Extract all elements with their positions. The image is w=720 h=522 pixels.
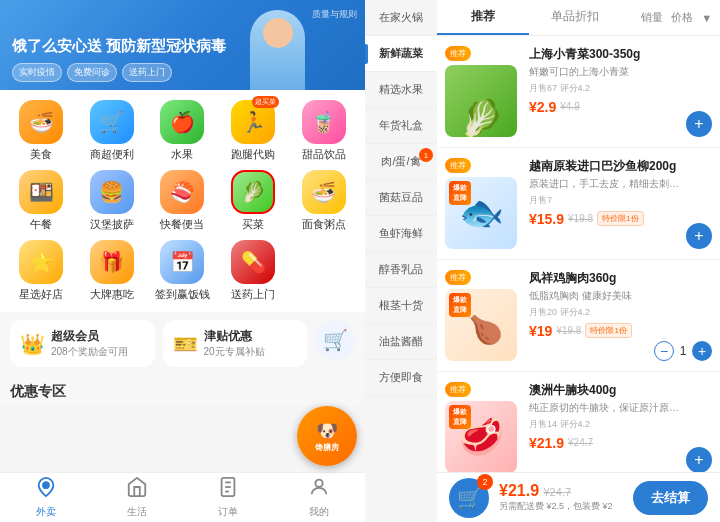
sub-lihe[interactable]: 年货礼盒 [365, 108, 437, 144]
cat-icon-hanbaopi: 🍔 [90, 170, 134, 214]
product-name-p3: 凤祥鸡胸肉360g [529, 270, 648, 287]
nav-dingdan[interactable]: 订单 [183, 476, 274, 519]
float-promo-button[interactable]: 🐶 馋膳房 [297, 406, 357, 466]
product-side-p1: 推荐 🥬 [445, 46, 523, 137]
sub-roudanqin[interactable]: 肉/蛋/禽 1 [365, 144, 437, 180]
sub-roudanqin-badge: 1 [419, 148, 433, 162]
original-price-p3: ¥19.8 [556, 325, 581, 336]
cat-icon-shuiguo: 🍎 [160, 100, 204, 144]
sub-yanliao[interactable]: 油盐酱醋 [365, 324, 437, 360]
promo-vip-text: 超级会员 208个奖励金可用 [51, 328, 128, 359]
product-item-p2: 推荐 🐟 爆款直降 越南原装进口巴沙鱼柳200g 原装进口，手工去皮，精细去刺，… [437, 148, 720, 260]
original-price-p4: ¥24.7 [568, 437, 593, 448]
increment-button-p3[interactable]: + [692, 341, 712, 361]
cart-icon-wrap[interactable]: 🛒 2 [449, 478, 489, 518]
price-p3: ¥19 [529, 323, 552, 339]
promo-subsidy-title: 津贴优惠 [204, 328, 265, 345]
sub-huoguo[interactable]: 在家火锅 [365, 0, 437, 36]
product-img-p3: 🍗 爆款直降 [445, 289, 517, 361]
cat-xingxuan[interactable]: ⭐ 星选好店 [8, 240, 75, 302]
product-side-p3: 推荐 🍗 爆款直降 [445, 270, 523, 361]
product-emoji-p1: 🥬 [459, 101, 504, 137]
sort-sales[interactable]: 销量 [641, 10, 663, 25]
cat-icon-xingxuan: ⭐ [19, 240, 63, 284]
price-row-p2: ¥15.9 ¥19.8 特价限1份 [529, 211, 680, 227]
cat-label-mianshi: 面食粥点 [302, 217, 346, 232]
product-name-p4: 澳洲牛腩块400g [529, 382, 680, 399]
sub-yuxia[interactable]: 鱼虾海鲜 [365, 216, 437, 252]
product-item-p3: 推荐 🍗 爆款直降 凤祥鸡胸肉360g 低脂鸡胸肉 健康好美味 月售20 评分4… [437, 260, 720, 372]
sub-niunai[interactable]: 醇香乳品 [365, 252, 437, 288]
cat-shangchao[interactable]: 🛒 商超便利 [79, 100, 146, 162]
product-img-p1: 🥬 [445, 65, 517, 137]
banner-badge-3[interactable]: 送药上门 [122, 63, 172, 82]
sub-gujun[interactable]: 菌菇豆品 [365, 180, 437, 216]
sub-shucai[interactable]: 新鲜蔬菜 [365, 36, 437, 72]
nav-wode[interactable]: 我的 [274, 476, 365, 519]
product-desc-p4: 纯正原切的牛腩块，保证原汁原味的... [529, 401, 680, 414]
cat-shuiguo[interactable]: 🍎 水果 [149, 100, 216, 162]
promo-subsidy[interactable]: 🎫 津贴优惠 20元专属补贴 [163, 320, 308, 367]
price-row-p4: ¥21.9 ¥24.7 [529, 435, 680, 451]
cart-shortcut[interactable]: 🛒 [315, 320, 355, 360]
cat-qiandao[interactable]: 📅 签到赢饭钱 [149, 240, 216, 302]
nav-waimai[interactable]: 外卖 [0, 476, 91, 519]
checkout-button[interactable]: 去结算 [633, 481, 708, 515]
banner-badge-2[interactable]: 免费问诊 [67, 63, 117, 82]
nav-wode-label: 我的 [309, 505, 329, 519]
promo-vip[interactable]: 👑 超级会员 208个奖励金可用 [10, 320, 155, 367]
decrement-button-p3[interactable]: − [654, 341, 674, 361]
sub-fangbian[interactable]: 方便即食 [365, 360, 437, 396]
original-price-p2: ¥19.8 [568, 213, 593, 224]
cat-meishi[interactable]: 🍜 美食 [8, 100, 75, 162]
recommend-badge-p1: 推荐 [445, 46, 471, 61]
tab-meta: 销量 价格 ▼ [620, 0, 720, 35]
sort-arrow-icon: ▼ [701, 12, 712, 24]
promo-subsidy-icon: 🎫 [173, 332, 198, 356]
promo-vip-icon: 👑 [20, 332, 45, 356]
cat-yinpin[interactable]: 🧋 甜品饮品 [290, 100, 357, 162]
banner-title: 饿了么安心送 预防新型冠状病毒 [12, 35, 226, 56]
cart-price-original: ¥24.7 [544, 486, 572, 498]
cat-icon-songdrug: 💊 [231, 240, 275, 284]
add-button-p2[interactable]: + [686, 223, 712, 249]
cat-label-shangchao: 商超便利 [90, 147, 134, 162]
cat-songdrug[interactable]: 💊 送药上门 [220, 240, 287, 302]
cat-kuaican[interactable]: 🍣 快餐便当 [149, 170, 216, 232]
product-side-p2: 推荐 🐟 爆款直降 [445, 158, 523, 249]
sort-price[interactable]: 价格 [671, 10, 693, 25]
cat-maicai[interactable]: 🥬 买菜 [220, 170, 287, 232]
tab-tuijian[interactable]: 推荐 [437, 0, 529, 35]
cart-price-main: ¥21.9 [499, 482, 539, 499]
product-desc-p3: 低脂鸡胸肉 健康好美味 [529, 289, 648, 302]
product-meta-p3: 月售20 评分4.2 [529, 306, 648, 319]
cat-label-hanbaopi: 汉堡披萨 [90, 217, 134, 232]
cat-icon-yinpin: 🧋 [302, 100, 346, 144]
cat-icon-shangchao: 🛒 [90, 100, 134, 144]
product-list: 推荐 🥬 上海小青菜300-350g 鲜嫩可口的上海小青菜 月售67 评分4.2… [437, 36, 720, 472]
add-button-p4[interactable]: + [686, 447, 712, 472]
add-button-p1[interactable]: + [686, 111, 712, 137]
product-desc-p2: 原装进口，手工去皮，精细去刺，老... [529, 177, 680, 190]
nav-wode-icon [308, 476, 330, 503]
special-tag-p3: 特价限1份 [585, 323, 631, 338]
sub-genmo[interactable]: 根茎十货 [365, 288, 437, 324]
product-name-p2: 越南原装进口巴沙鱼柳200g [529, 158, 680, 175]
cat-paofu[interactable]: 🏃 超买菜 跑腿代购 [220, 100, 287, 162]
category-grid: 🍜 美食 🛒 商超便利 🍎 水果 🏃 超买菜 跑腿代购 🧋 甜品饮品 [0, 90, 365, 312]
product-name-p1: 上海小青菜300-350g [529, 46, 680, 63]
banner-badge-1[interactable]: 实时疫情 [12, 63, 62, 82]
cat-mianshi[interactable]: 🍜 面食粥点 [290, 170, 357, 232]
banner-rules[interactable]: 质量与规则 [312, 8, 357, 21]
sub-shuiguo[interactable]: 精选水果 [365, 72, 437, 108]
cat-dahui[interactable]: 🎁 大牌惠吃 [79, 240, 146, 302]
cart-price-row: ¥21.9 ¥24.7 [499, 482, 623, 500]
cat-wucan[interactable]: 🍱 午餐 [8, 170, 75, 232]
nav-shenghuo-label: 生活 [127, 505, 147, 519]
product-meta-p1: 月售67 评分4.2 [529, 82, 680, 95]
cat-hanbaopi[interactable]: 🍔 汉堡披萨 [79, 170, 146, 232]
cat-label-shuiguo: 水果 [171, 147, 193, 162]
nav-shenghuo[interactable]: 生活 [91, 476, 182, 519]
promo-strip: 👑 超级会员 208个奖励金可用 🎫 津贴优惠 20元专属补贴 🛒 [0, 312, 365, 375]
tab-zhekou[interactable]: 单品折扣 [529, 0, 621, 35]
